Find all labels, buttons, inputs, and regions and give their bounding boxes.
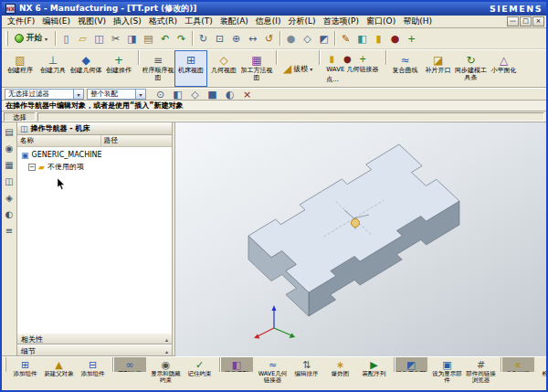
- paste-icon[interactable]: ▤: [141, 31, 156, 47]
- composite-curve-button[interactable]: ≈复合曲线: [389, 50, 422, 87]
- show-hide-constraints-button[interactable]: ◉显示和隐藏约束: [149, 357, 183, 390]
- assembly-sequence-button[interactable]: ▶装配序列: [357, 357, 391, 390]
- toolbar-grip[interactable]: [5, 357, 6, 372]
- column-name[interactable]: 名称: [17, 135, 101, 146]
- create-operation-button[interactable]: +创建操作: [102, 50, 135, 87]
- pan-icon[interactable]: ↔: [245, 31, 260, 47]
- redo-icon[interactable]: ↷: [174, 31, 189, 47]
- menu-item[interactable]: 信息(I): [252, 15, 285, 28]
- scope-combo[interactable]: 整个装配 ▾: [87, 89, 146, 100]
- menu-item[interactable]: 工具(T): [181, 15, 216, 28]
- rotate-view-icon[interactable]: ↺: [261, 31, 277, 47]
- sync-modeling-toolbar-button[interactable]: ↻同步建模工具条: [455, 50, 488, 87]
- copy-icon[interactable]: ◨: [124, 31, 140, 47]
- create-geometry-button[interactable]: ◆创建几何体: [69, 50, 102, 87]
- wave-geometry-linker-button[interactable]: WAVE 几何链接器: [325, 65, 379, 74]
- extrude-icon[interactable]: ▮: [371, 31, 386, 47]
- machining-method-view-button[interactable]: ▦加工方法视图: [240, 50, 273, 87]
- point-button[interactable]: 点...: [325, 75, 379, 84]
- section-details[interactable]: 细节 ▴: [17, 344, 172, 356]
- minimize-button[interactable]: —: [507, 16, 519, 26]
- menu-item[interactable]: 帮助(H): [399, 15, 436, 28]
- wireframe-view-icon[interactable]: ◇: [300, 31, 315, 47]
- refresh-view-icon[interactable]: ↻: [195, 31, 211, 47]
- operation-navigator-icon[interactable]: ◫: [3, 175, 16, 187]
- mirror-assembly-button[interactable]: ◧镜像装配: [219, 357, 253, 372]
- menu-item[interactable]: 格式(R): [145, 15, 181, 28]
- half-shaded-view-icon[interactable]: ◩: [316, 31, 332, 47]
- create-tool-button[interactable]: ⊥创建刀具: [37, 50, 69, 87]
- expand-icon[interactable]: ▴: [165, 348, 168, 355]
- sphere-icon[interactable]: ●: [387, 31, 403, 47]
- menu-item[interactable]: 窗口(O): [363, 15, 399, 28]
- wave-geometry-linker-button[interactable]: ≈WAVE几何链接器: [256, 357, 290, 390]
- point-tool-icon[interactable]: +: [356, 53, 369, 64]
- tree-row-generic-machine[interactable]: ▣ GENERIC_MACHINE: [17, 149, 172, 161]
- graphics-canvas[interactable]: [175, 122, 546, 356]
- cut-icon[interactable]: ✂: [108, 31, 123, 47]
- select-body-icon[interactable]: ■: [205, 87, 220, 102]
- shaded-view-icon[interactable]: ●: [283, 31, 299, 47]
- selection-filter-combo[interactable]: 无选择过滤器 ▾: [5, 89, 84, 100]
- part-navigator-icon[interactable]: ▦: [3, 159, 16, 171]
- program-order-view-button[interactable]: ≡程序顺序视图: [142, 50, 174, 87]
- draft-button[interactable]: ◢ 拔模 ▾: [279, 50, 316, 87]
- menu-item[interactable]: 装配(A): [216, 15, 252, 28]
- undo-icon[interactable]: ↶: [157, 31, 173, 47]
- block-icon[interactable]: ▮: [325, 53, 338, 64]
- edit-order-button[interactable]: ⇅编辑排序: [290, 357, 323, 390]
- expander-icon[interactable]: −: [28, 164, 36, 171]
- menu-item[interactable]: 编辑(E): [38, 15, 74, 28]
- history-icon[interactable]: ◐: [3, 208, 16, 220]
- menu-item[interactable]: 视图(V): [74, 15, 110, 28]
- boolean-unite-icon[interactable]: +: [404, 31, 419, 47]
- make-work-part-button[interactable]: ◩设为工作部件: [394, 357, 427, 372]
- menu-item[interactable]: 插入(S): [110, 15, 145, 28]
- materials-icon[interactable]: ≡: [3, 225, 16, 237]
- wcs-triad[interactable]: [254, 305, 295, 339]
- select-edge-icon[interactable]: ◇: [187, 87, 203, 102]
- add-component-button[interactable]: ⊞添加组件: [8, 357, 42, 390]
- interpart-link-browser-button[interactable]: #部件间链接浏览器: [464, 357, 498, 390]
- open-icon[interactable]: ▱: [75, 31, 90, 47]
- exploded-view-button[interactable]: ∗爆炸图: [323, 357, 357, 390]
- column-path[interactable]: 路径: [101, 135, 172, 146]
- create-program-button[interactable]: ▧创建程序: [4, 50, 37, 87]
- toolbar-grip[interactable]: [5, 31, 8, 46]
- navigator-tree[interactable]: ▣ GENERIC_MACHINE − ▰ 不使用的项: [17, 147, 172, 333]
- assembly-constraints-button[interactable]: ∞装配约束: [112, 357, 146, 372]
- menu-item[interactable]: 文件(F): [4, 15, 38, 28]
- menu-item[interactable]: 分析(L): [285, 15, 320, 28]
- facet-body-button[interactable]: △小平面化: [488, 50, 521, 87]
- assembly-navigator-icon[interactable]: ▤: [3, 126, 16, 138]
- fit-view-icon[interactable]: ⊡: [212, 31, 227, 47]
- navigator-header[interactable]: ◫ 操作导航器 - 机床: [17, 122, 172, 135]
- sphere-tool-icon[interactable]: ●: [341, 53, 353, 64]
- new-file-icon[interactable]: ▯: [58, 31, 74, 47]
- restore-button[interactable]: □: [520, 16, 532, 26]
- start-button[interactable]: 开始 ▾: [10, 32, 52, 45]
- menu-item[interactable]: 首选项(P): [320, 15, 363, 28]
- add-component-2-button[interactable]: ⊟添加组件: [76, 357, 110, 390]
- select-face-icon[interactable]: ◧: [170, 87, 185, 102]
- expand-icon[interactable]: ▴: [165, 336, 168, 343]
- clear-selection-icon[interactable]: ×: [239, 87, 255, 102]
- save-icon[interactable]: ◫: [91, 31, 107, 47]
- reuse-library-icon[interactable]: ◈: [3, 192, 16, 204]
- sketch-icon[interactable]: ✎: [338, 31, 353, 47]
- mcs-marker[interactable]: [352, 219, 360, 228]
- section-dependencies[interactable]: 相关性 ▴: [17, 333, 172, 344]
- close-button[interactable]: ×: [532, 16, 544, 26]
- tree-row-unused-items[interactable]: − ▰ 不使用的项: [17, 161, 172, 173]
- chevron-down-icon[interactable]: ▾: [135, 90, 145, 99]
- datum-plane-icon[interactable]: ◧: [354, 31, 370, 47]
- geometry-view-button[interactable]: ◇几何视图: [207, 50, 240, 87]
- check-clearance-button[interactable]: ∡检查间隙: [537, 357, 548, 390]
- titlebar[interactable]: NX NX 6 - Manufacturing - [TT.prt (修改的)]…: [2, 2, 546, 16]
- snap-point-icon[interactable]: ⊙: [153, 87, 168, 102]
- new-parent-button[interactable]: ▲新建父对象: [42, 357, 76, 390]
- chevron-down-icon[interactable]: ▾: [73, 90, 83, 99]
- relations-browser-button[interactable]: ∝关系浏览: [501, 357, 534, 372]
- make-displayed-part-button[interactable]: ▣设为显示部件: [430, 357, 464, 390]
- zoom-icon[interactable]: ⊕: [228, 31, 244, 47]
